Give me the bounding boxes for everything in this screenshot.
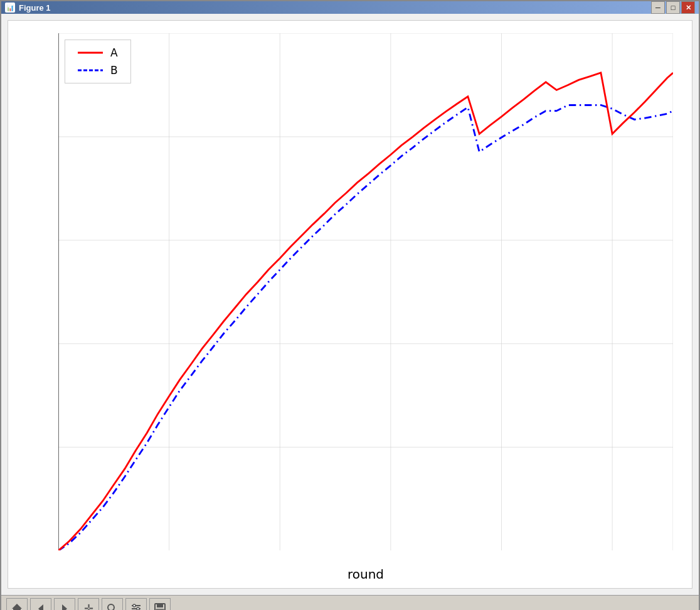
title-bar: 📊 Figure 1 ─ □ ✕ [1,1,699,14]
chart-svg: 0 500 1000 1500 2000 2500 0 10000 20000 … [58,33,673,550]
main-window: 📊 Figure 1 ─ □ ✕ value A [0,0,700,610]
configure-button[interactable] [125,598,147,610]
chart-area: A B [58,33,673,550]
legend-label-b: B [110,64,118,77]
svg-rect-2 [58,33,673,550]
home-button[interactable] [6,598,28,610]
close-button[interactable]: ✕ [681,1,695,14]
content-area: value A B [1,14,699,595]
x-axis-label: round [347,567,384,582]
pan-icon: ✛ [82,602,95,610]
legend-item-b: B [78,64,118,77]
svg-rect-43 [157,604,163,607]
back-icon [34,602,47,610]
maximize-button[interactable]: □ [666,1,680,14]
title-bar-left: 📊 Figure 1 [5,3,51,13]
save-icon [154,602,166,610]
toolbar: ✛ [1,595,699,610]
window-icon: 📊 [5,3,15,13]
svg-point-34 [108,604,114,610]
forward-icon [58,602,71,610]
save-button[interactable] [149,598,171,610]
legend-line-b-icon [78,68,103,72]
svg-text:✛: ✛ [84,602,93,610]
zoom-button[interactable] [102,598,123,610]
zoom-icon [106,602,119,610]
title-buttons: ─ □ ✕ [651,1,695,14]
legend-box: A B [65,40,131,83]
svg-marker-31 [38,604,43,610]
legend-item-a: A [78,46,118,59]
chart-container: value A B [8,20,692,589]
svg-marker-30 [12,604,22,610]
svg-marker-32 [62,604,67,610]
pan-button[interactable]: ✛ [78,598,99,610]
home-icon [11,602,23,610]
svg-point-39 [133,604,135,607]
window-title: Figure 1 [19,3,51,13]
minimize-button[interactable]: ─ [651,1,665,14]
legend-label-a: A [110,46,118,59]
legend-line-a-icon [78,51,103,55]
svg-point-40 [137,607,139,610]
forward-button[interactable] [54,598,75,610]
back-button[interactable] [30,598,51,610]
configure-icon [130,602,142,610]
